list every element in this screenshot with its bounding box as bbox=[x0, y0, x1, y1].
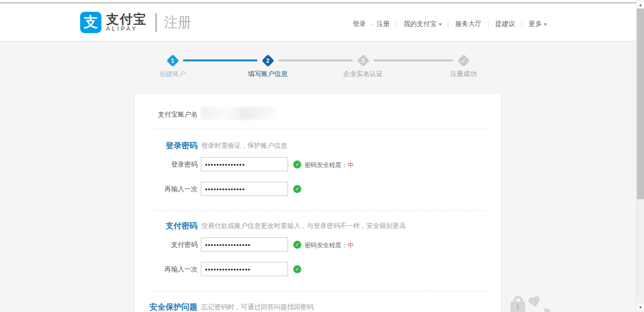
security-question-section-subtitle: 忘记密码时，可通过回答问题找回密码 bbox=[201, 303, 314, 312]
brand-name-cn: 支付宝 bbox=[106, 13, 147, 26]
scroll-up-button[interactable]: ▲ bbox=[636, 1, 644, 8]
chevron-down-icon: ▾ bbox=[438, 21, 442, 27]
login-password-repeat-label: 再输入一次 bbox=[135, 185, 198, 194]
pay-password-repeat-input[interactable] bbox=[201, 262, 288, 276]
step-4-label: 注册成功 bbox=[430, 70, 496, 78]
lock-icon bbox=[511, 302, 525, 312]
step-2-marker: 2 bbox=[261, 54, 274, 67]
scroll-down-button[interactable]: ▼ bbox=[636, 304, 644, 311]
nav-dash: - bbox=[370, 20, 372, 28]
step-connector-active bbox=[183, 59, 257, 61]
check-circle-icon: ✓ bbox=[293, 160, 301, 169]
nav-register-link[interactable]: 注册 bbox=[377, 20, 390, 28]
step-connector bbox=[373, 59, 453, 61]
page-header: 支 支付宝 ALIPAY 注册 登录 - 注册 我的支付宝▾ 服务大厅 提建议 … bbox=[0, 3, 644, 42]
top-nav: 登录 - 注册 我的支付宝▾ 服务大厅 提建议 更多▾ bbox=[353, 20, 547, 28]
nav-separator bbox=[396, 21, 397, 27]
alipay-logo-icon: 支 bbox=[80, 12, 101, 33]
chevron-down-icon: ▾ bbox=[544, 21, 547, 27]
nav-separator bbox=[488, 21, 488, 27]
pay-password-section-title: 支付密码 bbox=[135, 220, 198, 231]
step-1-label: 创建账户 bbox=[140, 70, 206, 78]
nav-feedback-link[interactable]: 提建议 bbox=[495, 20, 515, 28]
check-circle-icon: ✓ bbox=[293, 241, 301, 249]
step-3-label: 企业实名认证 bbox=[330, 70, 396, 78]
step-4-marker: ✓ bbox=[457, 54, 470, 67]
page-content: 1 2 3 ✓ 创建账户 填写账户信息 企业实名认证 注册成功 支付宝账户名 登… bbox=[0, 42, 644, 312]
vertical-scrollbar[interactable]: ▲ ▼ bbox=[636, 0, 644, 312]
strength-level: 中 bbox=[347, 161, 354, 169]
pay-password-strength: 密码安全程度：中 bbox=[305, 241, 354, 250]
nav-login-link[interactable]: 登录 bbox=[353, 20, 366, 28]
login-password-section-subtitle: 登录时需验证，保护账户信息 bbox=[201, 142, 287, 150]
account-name-redacted bbox=[201, 107, 275, 120]
login-password-strength: 密码安全程度：中 bbox=[305, 161, 354, 169]
section-divider bbox=[150, 211, 486, 211]
login-password-label: 登录密码 bbox=[135, 160, 198, 169]
page-title: 注册 bbox=[164, 13, 191, 32]
check-circle-icon: ✓ bbox=[293, 265, 301, 273]
heart-icon bbox=[528, 295, 542, 309]
brand-text: 支付宝 ALIPAY bbox=[106, 13, 147, 32]
progress-steps: 1 2 3 ✓ 创建账户 填写账户信息 企业实名认证 注册成功 bbox=[156, 53, 495, 80]
strength-level: 中 bbox=[347, 242, 354, 249]
alipay-logo[interactable]: 支 支付宝 ALIPAY 注册 bbox=[80, 12, 191, 33]
step-3-marker: 3 bbox=[356, 54, 370, 67]
pay-password-label: 支付密码 bbox=[135, 241, 198, 249]
step-2-label: 填写账户信息 bbox=[235, 70, 301, 78]
security-question-section-title: 安全保护问题 bbox=[135, 302, 198, 312]
logo-divider bbox=[156, 13, 157, 32]
scrollbar-thumb[interactable] bbox=[637, 8, 644, 199]
section-divider bbox=[150, 291, 486, 291]
account-name-label: 支付宝账户名 bbox=[135, 110, 198, 119]
registration-form-card: 支付宝账户名 登录密码 登录时需验证，保护账户信息 登录密码 ✓ 密码安全程度：… bbox=[134, 93, 502, 312]
step-1-marker: 1 bbox=[166, 54, 179, 67]
step-connector bbox=[278, 59, 353, 61]
brand-name-en: ALIPAY bbox=[106, 26, 147, 32]
section-divider bbox=[150, 129, 486, 129]
step-check-icon: ✓ bbox=[461, 57, 466, 64]
login-password-section-title: 登录密码 bbox=[135, 140, 198, 151]
login-password-repeat-input[interactable] bbox=[201, 182, 288, 196]
heart-icon bbox=[543, 308, 551, 312]
check-circle-icon: ✓ bbox=[293, 185, 301, 193]
nav-separator bbox=[521, 21, 522, 27]
nav-service-hall-link[interactable]: 服务大厅 bbox=[455, 20, 481, 28]
nav-separator bbox=[448, 21, 448, 27]
pay-password-section-subtitle: 交易付款或账户信息更改时需输入，与登录密码不一样，安全级别更高 bbox=[201, 222, 406, 230]
nav-more-link[interactable]: 更多▾ bbox=[528, 20, 547, 28]
pay-password-input[interactable] bbox=[201, 237, 288, 252]
login-password-input[interactable] bbox=[201, 157, 288, 171]
nav-my-alipay-link[interactable]: 我的支付宝▾ bbox=[404, 20, 442, 28]
pay-password-repeat-label: 再输入一次 bbox=[135, 265, 198, 274]
